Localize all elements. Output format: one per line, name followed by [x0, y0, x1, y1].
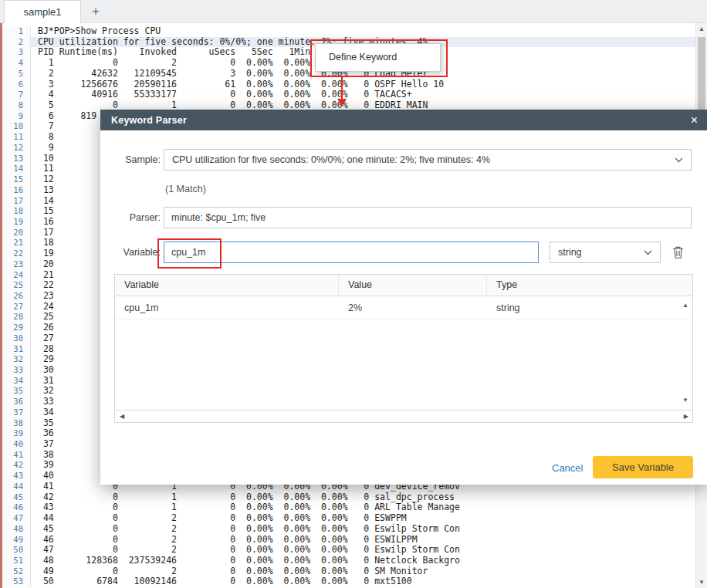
- line-number: 44: [0, 482, 31, 492]
- parser-label: Parser:: [100, 207, 161, 228]
- line-number: 19: [0, 217, 31, 228]
- sample-select[interactable]: CPU utilization for five seconds: 0%/0%;…: [164, 149, 692, 171]
- type-select-value: string: [558, 247, 644, 258]
- editor-change-marker-strip: [0, 23, 2, 588]
- context-menu: Define Keyword: [315, 43, 441, 72]
- line-number: 6: [0, 79, 31, 90]
- code-text: 50 6784 10092146 0 0.00% 0.00% 0.00% 0 m…: [31, 576, 695, 587]
- line-number: 28: [0, 312, 31, 323]
- line-number: 40: [0, 439, 31, 450]
- trash-icon[interactable]: [671, 245, 685, 260]
- table-scroll-up-icon[interactable]: ▲: [682, 302, 688, 309]
- type-select[interactable]: string: [550, 242, 661, 263]
- dialog-title: Keyword Parser: [111, 115, 187, 126]
- dialog-header: Keyword Parser ×: [100, 110, 707, 130]
- line-number: 20: [0, 228, 31, 238]
- editor-line[interactable]: 45 42 0 1 0 0.00% 0.00% 0.00% 0 sal_dpc_…: [0, 492, 695, 503]
- line-number: 39: [0, 428, 31, 439]
- editor-line[interactable]: 49 46 0 2 0 0.00% 0.00% 0.00% 0 ESWILPPM: [0, 535, 695, 546]
- keyword-parser-dialog: Keyword Parser × Sample: CPU utilization…: [100, 110, 707, 485]
- line-number: 14: [0, 164, 31, 174]
- cell-value: 2%: [339, 296, 487, 319]
- line-number: 31: [0, 344, 31, 355]
- cell-type: string: [487, 296, 692, 319]
- editor-line[interactable]: 52 49 0 2 0 0.00% 0.00% 0.00% 0 SM Monit…: [0, 566, 695, 577]
- table-scroll-right-icon[interactable]: ▶: [684, 414, 688, 420]
- editor-line[interactable]: 50 47 0 2 0 0.00% 0.00% 0.00% 0 Eswilp S…: [0, 545, 695, 556]
- line-number: 16: [0, 185, 31, 196]
- sample-select-value: CPU utilization for five seconds: 0%/0%;…: [172, 154, 675, 165]
- line-number: 15: [0, 174, 31, 185]
- line-number: 43: [0, 471, 31, 482]
- editor-line[interactable]: 51 48 128368 237539246 0 0.00% 0.00% 0.0…: [0, 556, 695, 566]
- editor-line[interactable]: 47 44 0 2 0 0.00% 0.00% 0.00% 0 ESWPPM: [0, 513, 695, 524]
- code-text: 42 0 1 0 0.00% 0.00% 0.00% 0 sal_dpc_pro…: [31, 492, 695, 503]
- line-number: 12: [0, 143, 31, 154]
- line-number: 49: [0, 535, 31, 546]
- editor-line[interactable]: 1BJ*POP>Show Process CPU: [0, 26, 695, 37]
- scrollbar-thumb[interactable]: [698, 37, 705, 111]
- line-number: 3: [0, 47, 31, 58]
- table-scroll-down-icon[interactable]: ▼: [682, 397, 688, 404]
- line-number: 18: [0, 206, 31, 217]
- scroll-down-icon[interactable]: ▼: [696, 579, 707, 586]
- new-tab-button[interactable]: +: [83, 0, 108, 23]
- menu-item-define-keyword[interactable]: Define Keyword: [316, 44, 440, 70]
- code-text: 47 0 2 0 0.00% 0.00% 0.00% 0 Eswilp Stor…: [31, 545, 695, 556]
- line-number: 41: [0, 450, 31, 461]
- chevron-down-icon: [644, 247, 652, 258]
- chevron-down-icon: [675, 154, 683, 165]
- table-header: Variable Value Type: [115, 275, 692, 296]
- line-number: 37: [0, 407, 31, 418]
- editor-line[interactable]: 7 4 40916 55333177 0 0.00% 0.00% 0.00% 0…: [0, 90, 695, 100]
- code-text: 45 0 2 0 0.00% 0.00% 0.00% 0 Eswilp Stor…: [31, 524, 695, 535]
- column-header-type[interactable]: Type: [487, 275, 692, 296]
- line-number: 53: [0, 576, 31, 587]
- line-number: 48: [0, 524, 31, 535]
- tab-label: sample1: [23, 6, 61, 18]
- editor-line[interactable]: 53 50 6784 10092146 0 0.00% 0.00% 0.00% …: [0, 576, 695, 587]
- table-row[interactable]: cpu_1m2%string: [115, 296, 692, 319]
- cell-variable: cpu_1m: [115, 296, 339, 319]
- variable-input[interactable]: [164, 242, 539, 263]
- line-number: 11: [0, 132, 31, 143]
- column-header-value[interactable]: Value: [339, 275, 487, 296]
- line-number: 50: [0, 545, 31, 556]
- code-text: 44 0 2 0 0.00% 0.00% 0.00% 0 ESWPPM: [31, 513, 695, 524]
- line-number: 21: [0, 238, 31, 248]
- code-text: BJ*POP>Show Process CPU: [31, 26, 695, 37]
- sample-label: Sample:: [100, 149, 161, 171]
- annotation-arrow-head-icon: [337, 99, 347, 106]
- line-number: 8: [0, 100, 31, 111]
- parser-input[interactable]: [164, 207, 692, 228]
- scroll-up-icon[interactable]: ▲: [696, 25, 707, 32]
- line-number: 25: [0, 280, 31, 291]
- column-header-variable[interactable]: Variable: [115, 275, 339, 296]
- line-number: 10: [0, 121, 31, 132]
- close-icon[interactable]: ×: [691, 114, 698, 127]
- line-number: 1: [0, 26, 31, 37]
- code-text: 46 0 2 0 0.00% 0.00% 0.00% 0 ESWILPPM: [31, 535, 695, 546]
- table-scroll-left-icon[interactable]: ◀: [120, 414, 124, 420]
- table-horizontal-scrollbar[interactable]: ◀ ▶: [115, 410, 692, 422]
- code-text: 49 0 2 0 0.00% 0.00% 0.00% 0 SM Monitor: [31, 566, 695, 577]
- line-number: 7: [0, 90, 31, 100]
- line-number: 32: [0, 354, 31, 365]
- code-text: 43 0 1 0 0.00% 0.00% 0.00% 0 ARL Table M…: [31, 502, 695, 513]
- save-variable-button[interactable]: Save Variable: [593, 456, 693, 478]
- line-number: 26: [0, 291, 31, 302]
- cancel-button[interactable]: Cancel: [552, 462, 583, 474]
- editor-line[interactable]: 48 45 0 2 0 0.00% 0.00% 0.00% 0 Eswilp S…: [0, 524, 695, 535]
- line-number: 33: [0, 365, 31, 376]
- line-number: 23: [0, 259, 31, 270]
- line-number: 30: [0, 333, 31, 344]
- line-number: 47: [0, 513, 31, 524]
- editor-line[interactable]: 6 3 1256676 20590116 61 0.00% 0.00% 0.00…: [0, 79, 695, 90]
- tab-sample1[interactable]: sample1: [4, 0, 81, 23]
- editor-line[interactable]: 46 43 0 1 0 0.00% 0.00% 0.00% 0 ARL Tabl…: [0, 502, 695, 513]
- line-number: 22: [0, 248, 31, 259]
- line-number: 13: [0, 154, 31, 164]
- match-count-text: (1 Match): [165, 184, 206, 194]
- line-number: 45: [0, 492, 31, 503]
- tab-bar: sample1 +: [0, 0, 707, 23]
